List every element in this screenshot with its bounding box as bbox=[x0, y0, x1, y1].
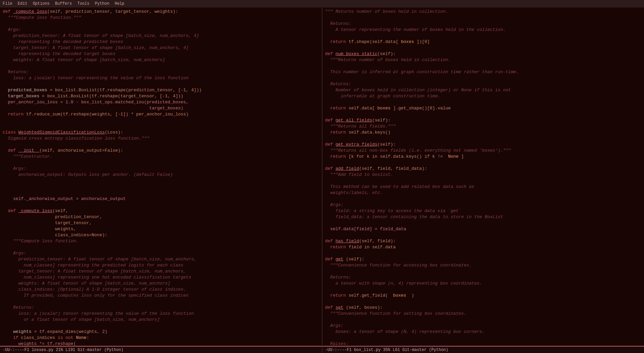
code-line: weights, bbox=[0, 226, 322, 232]
code-line: field: a string key to access the data v… bbox=[323, 208, 644, 214]
code-line bbox=[0, 244, 322, 250]
code-line: return field in self.data bbox=[323, 244, 644, 250]
code-line: loss: a (scalar) tensor representing the… bbox=[0, 311, 322, 317]
code-line: Args: bbox=[0, 250, 322, 256]
code-line: Args: bbox=[0, 166, 322, 172]
code-line: This method can be used to add related b… bbox=[323, 184, 644, 190]
code-line: """Returns all fields.""" bbox=[323, 123, 644, 130]
code-line: weights: A float tensor of shape [batch_… bbox=[0, 57, 322, 63]
code-line: or a float tensor of shape [batch_size, … bbox=[0, 317, 322, 323]
code-line bbox=[0, 63, 322, 69]
right-editor-pane[interactable]: """ Returns number of boxes held in coll… bbox=[323, 7, 644, 346]
code-line: weights/labels, etc. bbox=[323, 190, 644, 196]
menu-options[interactable]: Options bbox=[33, 1, 50, 6]
code-line bbox=[0, 160, 322, 166]
code-line: target_boxes = box_list.BoxList(tf.resha… bbox=[0, 93, 322, 99]
code-line bbox=[323, 220, 644, 226]
code-line: """Compute loss function. bbox=[0, 238, 322, 244]
code-line bbox=[0, 21, 322, 27]
code-line: weights = tf.expand_dims(weights, 2) bbox=[0, 329, 322, 335]
code-line: num_classes] representing the predicted … bbox=[0, 262, 322, 268]
left-editor-pane[interactable]: def _compute_loss(self, prediction_tenso… bbox=[0, 7, 323, 346]
code-line: return tf.reduce_sum(tf.reshape(weights,… bbox=[0, 111, 322, 117]
right-status-text: -UU-:----F1 box_list.py 35% L61 Git-mast… bbox=[325, 348, 448, 352]
code-line: def get_all_fields(self): bbox=[323, 117, 644, 123]
code-line: Args: bbox=[323, 323, 644, 329]
code-line bbox=[0, 117, 322, 123]
code-line bbox=[0, 142, 322, 148]
code-line: If provided, computes loss only for the … bbox=[0, 293, 322, 299]
code-line: target_tensor, bbox=[0, 220, 322, 226]
code-line bbox=[323, 299, 644, 305]
code-line: def __init__(self, anchorwise_output=Fal… bbox=[0, 148, 322, 154]
code-line: """Returns number of boxes held in colle… bbox=[323, 57, 644, 63]
menu-buffers[interactable]: Buffers bbox=[55, 1, 72, 6]
code-line: field_data: a tensor containing the data… bbox=[323, 214, 644, 220]
code-line bbox=[323, 160, 644, 166]
code-line: Returns: bbox=[0, 69, 322, 75]
right-code-area[interactable]: """ Returns number of boxes held in coll… bbox=[323, 7, 644, 346]
code-line bbox=[0, 202, 322, 208]
menu-edit[interactable]: Edit bbox=[18, 1, 28, 6]
code-line: def get (self): bbox=[323, 256, 644, 262]
code-line: weights: A float tensor of shape [batch_… bbox=[0, 281, 322, 287]
code-line: """Add field to boxlist. bbox=[323, 172, 644, 178]
code-line: return [k for k in self.data.keys() if k… bbox=[323, 154, 644, 160]
code-line: target_tensor: A float tensor of shape [… bbox=[0, 45, 322, 51]
menu-file[interactable]: File bbox=[3, 1, 12, 6]
code-line bbox=[323, 45, 644, 51]
code-line: target_tensor: A float tensor of shape [… bbox=[0, 268, 322, 274]
code-line: per_anchor_iou_loss = 1.0 - box_list_ops… bbox=[0, 99, 322, 105]
status-bar: -UU-:----F1 losses.py 21% L191 Git-maste… bbox=[0, 346, 644, 353]
code-line bbox=[323, 250, 644, 256]
code-line bbox=[323, 99, 644, 105]
code-line bbox=[0, 190, 322, 196]
code-line: This number is inferred at graph constru… bbox=[323, 69, 644, 75]
code-line bbox=[323, 268, 644, 274]
code-line: """Convenience function for accessing bo… bbox=[323, 262, 644, 268]
editor-container: def _compute_loss(self, prediction_tenso… bbox=[0, 7, 644, 346]
code-line bbox=[323, 111, 644, 117]
code-line: prediction_tensor: A float tensor of sha… bbox=[0, 256, 322, 262]
code-line: return self.data[ boxes ].get_shape()[0]… bbox=[323, 105, 644, 111]
code-line bbox=[0, 323, 322, 329]
menu-python[interactable]: Python bbox=[95, 1, 109, 6]
code-line: """Compute loss function.""" bbox=[0, 15, 322, 21]
code-line bbox=[323, 232, 644, 238]
code-line bbox=[323, 335, 644, 341]
code-line: self._anchorwise_output = anchorwise_out… bbox=[0, 196, 322, 202]
code-line: Returns: bbox=[323, 274, 644, 281]
code-line: if class_indices is not None: bbox=[0, 335, 322, 341]
code-line bbox=[323, 136, 644, 142]
code-line: target_boxes) bbox=[0, 105, 322, 111]
code-line: a tensor with shape (n, 4) representing … bbox=[323, 281, 644, 287]
menu-tools[interactable]: Tools bbox=[77, 1, 89, 6]
code-line: A tensor representing the number of boxe… bbox=[323, 27, 644, 33]
menu-bar: File Edit Options Buffers Tools Python H… bbox=[0, 0, 644, 7]
code-line: representing the decoded target boxes bbox=[0, 51, 322, 57]
right-status-pane: -UU-:----F1 box_list.py 35% L61 Git-mast… bbox=[323, 346, 644, 353]
code-line bbox=[0, 178, 322, 184]
code-line: return tf.shape(self.data[ boxes ])[0] bbox=[323, 39, 644, 45]
code-line: num_classes] representing one hot encode… bbox=[0, 274, 322, 281]
menu-help[interactable]: Help bbox=[115, 1, 125, 6]
code-line: return self.get_field( boxes ) bbox=[323, 293, 644, 299]
code-line bbox=[0, 123, 322, 130]
code-line: prediction_tensor: A float tensor of sha… bbox=[0, 33, 322, 39]
code-line: representing the decoded predicted boxes bbox=[0, 39, 322, 45]
code-line: Args: bbox=[0, 27, 322, 33]
code-line: prediction_tensor, bbox=[0, 214, 322, 220]
code-line: """ Returns number of boxes held in coll… bbox=[323, 9, 644, 15]
code-line bbox=[0, 184, 322, 190]
code-line: def has_field(self, field): bbox=[323, 238, 644, 244]
code-line: weights *= tf.reshape( bbox=[0, 341, 322, 346]
code-line: Returns: bbox=[323, 81, 644, 87]
code-line bbox=[0, 81, 322, 87]
left-status-text: -UU-:----F1 losses.py 21% L191 Git-maste… bbox=[3, 348, 123, 352]
code-line: inferrable at graph construction time. bbox=[323, 93, 644, 99]
left-status-pane: -UU-:----F1 losses.py 21% L191 Git-maste… bbox=[0, 346, 323, 353]
left-code-area[interactable]: def _compute_loss(self, prediction_tenso… bbox=[0, 7, 322, 346]
code-line: def num_boxes_static(self): bbox=[323, 51, 644, 57]
code-line bbox=[323, 196, 644, 202]
code-line: predicted_boxes = box_list.BoxList(tf.re… bbox=[0, 87, 322, 93]
